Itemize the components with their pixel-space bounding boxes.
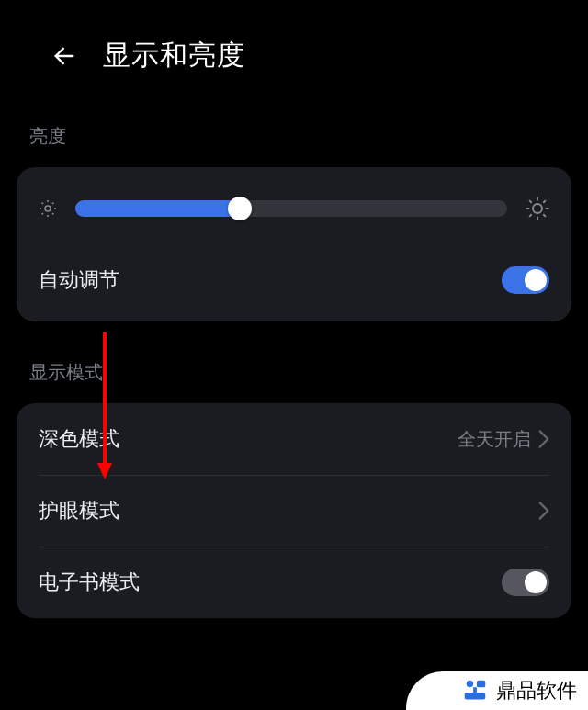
dark-mode-value: 全天开启 <box>458 427 531 452</box>
eye-care-label: 护眼模式 <box>39 497 119 524</box>
header: 显示和亮度 <box>0 0 588 102</box>
svg-rect-24 <box>473 687 477 694</box>
brightness-slider-fill <box>75 200 240 217</box>
svg-line-9 <box>52 203 53 204</box>
brightness-slider-thumb[interactable] <box>228 197 252 220</box>
dark-mode-value-wrap: 全天开启 <box>458 427 549 452</box>
svg-line-15 <box>529 200 532 203</box>
ebook-mode-label: 电子书模式 <box>39 569 140 596</box>
svg-line-7 <box>52 213 53 214</box>
sun-high-icon <box>524 195 551 222</box>
svg-point-1 <box>45 206 51 211</box>
watermark: 鼎品软件 <box>406 671 588 710</box>
chevron-right-icon <box>538 430 549 448</box>
auto-brightness-toggle[interactable] <box>502 266 549 294</box>
dark-mode-row[interactable]: 深色模式 全天开启 <box>17 403 571 475</box>
display-mode-card: 深色模式 全天开启 护眼模式 电子书模式 <box>17 403 571 618</box>
svg-rect-22 <box>477 681 485 688</box>
sun-low-icon <box>37 197 59 220</box>
page-title: 显示和亮度 <box>103 37 245 74</box>
svg-line-18 <box>543 200 546 203</box>
arrow-left-icon <box>51 43 77 69</box>
ebook-mode-toggle[interactable] <box>502 569 549 596</box>
section-label-brightness: 亮度 <box>0 102 588 160</box>
svg-point-10 <box>533 204 542 213</box>
svg-line-17 <box>529 214 532 217</box>
svg-point-21 <box>467 681 474 688</box>
eye-care-row[interactable]: 护眼模式 <box>17 475 571 547</box>
section-label-display-mode: 显示模式 <box>0 329 588 396</box>
brightness-slider-row <box>17 167 571 250</box>
auto-brightness-row: 自动调节 <box>17 250 571 321</box>
ebook-mode-row: 电子书模式 <box>17 547 571 618</box>
svg-line-8 <box>42 213 43 214</box>
svg-line-16 <box>543 214 546 217</box>
auto-brightness-label: 自动调节 <box>39 266 119 294</box>
dark-mode-label: 深色模式 <box>39 425 119 453</box>
brightness-slider[interactable] <box>75 200 507 217</box>
brightness-card: 自动调节 <box>17 167 571 321</box>
chevron-right-icon <box>538 502 549 520</box>
watermark-text: 鼎品软件 <box>496 677 577 704</box>
watermark-logo-icon <box>461 677 489 704</box>
eye-care-right <box>538 502 549 520</box>
back-button[interactable] <box>51 43 77 69</box>
svg-line-6 <box>42 203 43 204</box>
